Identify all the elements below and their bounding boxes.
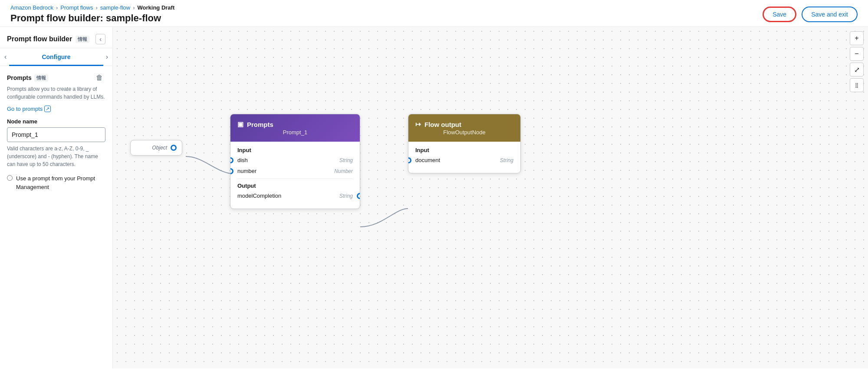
flow-output-node-title: ↦ Flow output (415, 120, 513, 128)
radio-option-prompt-management[interactable]: Use a prompt from your Prompt Management (7, 174, 105, 191)
input-connector-right[interactable] (171, 145, 177, 151)
sidebar-collapse-button[interactable]: ‹ (95, 34, 105, 44)
sidebar-tabs: ‹ Configure › (0, 48, 112, 66)
connections-svg (113, 27, 868, 368)
flow-output-node-body: Input document String (408, 142, 520, 173)
breadcrumb: Amazon Bedrock › Prompt flows › sample-f… (10, 4, 174, 11)
input-node-label: Object (136, 145, 177, 151)
canvas-toolbar: + − ⤢ ⣿ (850, 31, 864, 92)
prompts-node-subtitle: Prompt_1 (237, 129, 353, 136)
document-connector-left[interactable] (408, 157, 411, 163)
sidebar-title: Prompt flow builder 情報 (7, 35, 89, 43)
sidebar: Prompt flow builder 情報 ‹ ‹ Configure › P… (0, 27, 113, 368)
breadcrumb-amazon-bedrock[interactable]: Amazon Bedrock (10, 4, 53, 11)
zoom-out-button[interactable]: − (850, 47, 864, 61)
flow-output-icon: ↦ (415, 120, 421, 128)
tab-prev-button[interactable]: ‹ (2, 50, 9, 64)
fit-button[interactable]: ⤢ (850, 63, 864, 76)
radio-prompt-mgmt[interactable] (7, 175, 13, 181)
grid-button[interactable]: ⣿ (850, 78, 864, 92)
page-title: Prompt flow builder: sample-flow (10, 13, 174, 24)
model-completion-type: String (339, 193, 353, 199)
node-divider (237, 179, 353, 179)
sidebar-info-badge: 情報 (76, 36, 89, 43)
delete-button[interactable]: 🗑 (93, 73, 105, 83)
prompts-output-model-completion: modelCompletion String (237, 192, 353, 199)
header-actions: Save Save and exit (763, 7, 858, 22)
section-info-badge: 情報 (34, 74, 48, 82)
prompts-input-section: Input (237, 147, 353, 153)
section-title: Prompts 情報 (7, 74, 48, 82)
breadcrumb-current: Working Draft (138, 4, 175, 11)
document-type: String (500, 157, 513, 163)
model-completion-connector-right[interactable] (357, 193, 360, 199)
tab-configure[interactable]: Configure (9, 48, 103, 66)
prompts-node-title: ▣ Prompts (237, 120, 353, 128)
prompts-node-header: ▣ Prompts Prompt_1 (230, 114, 360, 142)
top-header: Amazon Bedrock › Prompt flows › sample-f… (0, 0, 868, 27)
save-button[interactable]: Save (763, 7, 796, 22)
object-label: Object (152, 145, 167, 151)
radio-label: Use a prompt from your Prompt Management (16, 174, 105, 191)
zoom-in-button[interactable]: + (850, 31, 864, 45)
go-to-prompts-link[interactable]: Go to prompts ↗ (7, 106, 51, 112)
input-node: Object (130, 140, 182, 156)
number-label: number (237, 168, 256, 174)
external-link-icon: ↗ (44, 106, 51, 112)
node-name-label: Node name (7, 118, 105, 125)
dish-connector-left[interactable] (230, 157, 233, 163)
flow-output-node-subtitle: FlowOutputNode (415, 129, 513, 136)
flow-output-input-document: document String (415, 157, 513, 163)
canvas-area: Object ▣ Prompts Prompt_1 Input dish Str… (113, 27, 868, 368)
flow-output-node-header: ↦ Flow output FlowOutputNode (408, 114, 520, 142)
tab-next-button[interactable]: › (103, 50, 111, 64)
section-desc: Prompts allow you to create a library of… (7, 85, 105, 101)
prompts-icon: ▣ (237, 120, 243, 128)
field-hint: Valid characters are a-z, A-Z, 0-9, _ (u… (7, 145, 105, 168)
prompts-output-section: Output (237, 183, 353, 189)
dish-label: dish (237, 157, 248, 163)
breadcrumb-sep-3: › (133, 4, 135, 11)
document-label: document (415, 157, 440, 163)
breadcrumb-sep-2: › (95, 4, 97, 11)
dish-type: String (339, 157, 353, 163)
prompts-node-body: Input dish String number Number Output (230, 142, 360, 209)
main-layout: Prompt flow builder 情報 ‹ ‹ Configure › P… (0, 27, 868, 368)
prompts-input-dish: dish String (237, 157, 353, 163)
number-connector-left[interactable] (230, 168, 233, 174)
flow-output-node: ↦ Flow output FlowOutputNode Input docum… (408, 114, 521, 173)
sidebar-content: Prompts 情報 🗑 Prompts allow you to create… (0, 66, 112, 368)
prompts-node: ▣ Prompts Prompt_1 Input dish String num… (230, 114, 360, 209)
node-name-input[interactable] (7, 127, 105, 142)
breadcrumb-prompt-flows[interactable]: Prompt flows (60, 4, 93, 11)
breadcrumb-sep-1: › (56, 4, 58, 11)
save-and-exit-button[interactable]: Save and exit (802, 7, 858, 22)
sidebar-header: Prompt flow builder 情報 ‹ (0, 27, 112, 48)
number-type: Number (334, 168, 353, 174)
flow-output-input-section: Input (415, 147, 513, 153)
section-header: Prompts 情報 🗑 (7, 73, 105, 83)
prompts-input-number: number Number (237, 168, 353, 174)
breadcrumb-sample-flow[interactable]: sample-flow (100, 4, 130, 11)
model-completion-label: modelCompletion (237, 192, 281, 199)
